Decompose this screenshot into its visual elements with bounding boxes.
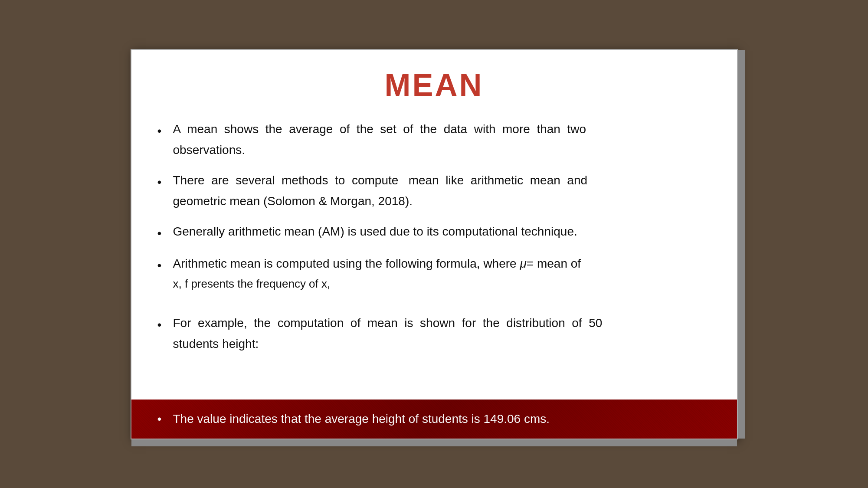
- footer-bullet-item: • The value indicates that the average h…: [157, 412, 550, 426]
- slide: MEAN • A mean shows the average of the s…: [131, 49, 738, 439]
- footer-text: The value indicates that the average hei…: [173, 412, 550, 426]
- bullet-item-1: • A mean shows the average of the set of…: [157, 120, 711, 159]
- bullet-dot-2: •: [157, 173, 166, 191]
- slide-right-shadow: [738, 50, 745, 439]
- bullet-text-4-line2: x, f presents the frequency of x,: [173, 275, 711, 292]
- slide-footer: • The value indicates that the average h…: [131, 400, 737, 439]
- bullet-text-1: A mean shows the average of the set of t…: [173, 120, 711, 159]
- bullet-item-4: • Arithmetic mean is computed using the …: [157, 255, 711, 292]
- bullet-text-5: For example, the computation of mean is …: [173, 314, 711, 353]
- slide-main: MEAN • A mean shows the average of the s…: [131, 50, 737, 400]
- bullet-dot-5: •: [157, 316, 166, 334]
- bullet-text-2: There are several methods to compute mea…: [173, 171, 711, 210]
- bullet-text-2-line2: geometric mean (Solomon & Morgan, 2018).: [173, 192, 711, 210]
- bullet-item-5: • For example, the computation of mean i…: [157, 314, 711, 353]
- mu-symbol: μ: [520, 257, 526, 270]
- bullet-text-4: Arithmetic mean is computed using the fo…: [173, 255, 711, 292]
- bullet-text-3: Generally arithmetic mean (AM) is used d…: [173, 223, 711, 241]
- bullet-item-2: • There are several methods to compute m…: [157, 171, 711, 210]
- bullet-list: • A mean shows the average of the set of…: [157, 120, 711, 365]
- footer-bullet-dot: •: [157, 412, 166, 426]
- bullet-dot-3: •: [157, 224, 166, 242]
- bullet-item-3: • Generally arithmetic mean (AM) is used…: [157, 223, 711, 242]
- slide-content: • A mean shows the average of the set of…: [157, 120, 711, 391]
- bullet-text-1-line2: observations.: [173, 141, 711, 159]
- bullet-dot-4: •: [157, 256, 166, 275]
- slide-bottom-shadow: [131, 439, 737, 446]
- bullet-dot-1: •: [157, 122, 166, 140]
- bullet-text-5-line2: students height:: [173, 335, 711, 353]
- slide-title: MEAN: [157, 67, 711, 103]
